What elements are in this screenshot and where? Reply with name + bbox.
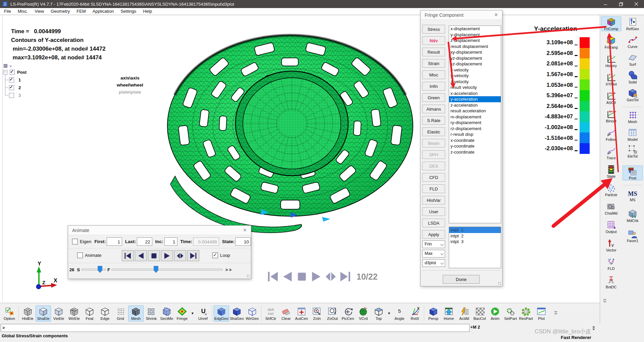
tool-shaele[interactable]: ShaEle (36, 305, 51, 322)
category-stress[interactable]: Stress (422, 25, 445, 34)
component-item[interactable]: xz-displacement (449, 61, 501, 67)
eigen-checkbox[interactable]: Eigen (72, 239, 92, 244)
command-input[interactable]: > (1, 324, 470, 332)
menu-fem[interactable]: FEM (73, 8, 89, 15)
tool-home[interactable]: Home (441, 305, 457, 322)
component-item[interactable]: x-coordinate (449, 137, 501, 144)
loop-checkbox[interactable]: Loop (212, 252, 230, 258)
tool-output[interactable]: Output (601, 219, 621, 234)
tool-baccol[interactable]: BacCol (472, 305, 487, 322)
tree-collapse-icon[interactable] (4, 64, 7, 68)
state-slider[interactable] (111, 269, 223, 271)
tree-item-checkbox[interactable] (9, 77, 14, 82)
tool-fld[interactable]: FLD (601, 256, 621, 271)
eigen-checkbox-box[interactable] (72, 239, 78, 244)
tool-xyplot[interactable]: XYXYPlot (601, 72, 621, 87)
done-button[interactable]: Done (443, 275, 480, 284)
category-strain[interactable]: Strain (422, 59, 445, 68)
tool-autcen[interactable]: AutCen (294, 305, 309, 322)
tool-shrink[interactable]: Shrink (144, 305, 159, 322)
tool-curve[interactable]: Curve (623, 34, 643, 49)
component-list[interactable]: x-displacementy-displacementz-displaceme… (449, 25, 501, 223)
category-srate[interactable]: S.Rate (422, 116, 445, 125)
bounce-button[interactable] (174, 250, 186, 261)
tool-grid[interactable]: Grid (113, 305, 128, 322)
tool-actall[interactable]: ActAll (457, 305, 472, 322)
tool-particle[interactable]: Particle (601, 182, 621, 197)
resize-grip[interactable] (247, 274, 250, 278)
component-item[interactable]: z-velocity (449, 79, 501, 85)
tool-refgeo[interactable]: RefGeo (623, 16, 643, 31)
resize-grip[interactable] (498, 282, 501, 285)
component-item[interactable]: yz-displacement (449, 55, 501, 61)
intpt-item[interactable]: intpt 1 (449, 227, 501, 233)
category-apply[interactable]: Apply (422, 230, 445, 239)
dropdown-arrow-icon[interactable]: ▼ (386, 311, 392, 315)
minimize-button[interactable] (598, 0, 613, 8)
category-histvar[interactable]: HistVar (422, 196, 445, 205)
component-item[interactable]: z-coordinate (449, 149, 501, 155)
fringe-dialog-titlebar[interactable]: Fringe Component × (421, 10, 502, 20)
component-item[interactable]: rx-displacement (449, 114, 501, 120)
animate-checkbox-box[interactable] (77, 252, 83, 258)
tool-favor1[interactable]: Favor1 (623, 228, 643, 243)
tool-unref[interactable]: U✳Unref (195, 305, 211, 322)
stop-button[interactable] (148, 250, 160, 261)
category-user[interactable]: User (422, 207, 445, 216)
tool-mesh[interactable]: Mesh (623, 109, 643, 124)
tool-hidele[interactable]: HidEle (20, 305, 36, 322)
tree-item-3[interactable]: 3 (5, 92, 26, 99)
menu-view[interactable]: View (31, 8, 47, 15)
category-green[interactable]: Green (422, 93, 445, 102)
menu-application[interactable]: Application (89, 8, 117, 15)
category-elastic[interactable]: Elastic (422, 127, 445, 136)
reverse-button[interactable] (135, 250, 147, 261)
component-item[interactable]: xy-displacement (449, 49, 501, 55)
field-state-input[interactable]: 10 (235, 237, 251, 246)
field-last-input[interactable]: 22 (137, 237, 152, 246)
tool-clear[interactable]: Clear (278, 305, 294, 322)
component-item[interactable]: ry-displacement (449, 120, 501, 126)
tool-ms[interactable]: MSMS (623, 187, 643, 202)
tool-mesh[interactable]: Mesh (128, 305, 144, 322)
category-beam[interactable]: Beam (422, 139, 445, 148)
component-item[interactable]: result acceleration (449, 108, 501, 114)
tool-respart[interactable]: ResPart (518, 305, 534, 322)
menu-help[interactable]: Help (140, 8, 155, 15)
close-icon[interactable]: × (241, 227, 248, 234)
category-infin[interactable]: Infin (422, 82, 445, 91)
overlay-play-icon[interactable] (310, 270, 323, 283)
tool-edggeo[interactable]: EdgGeo (214, 305, 229, 322)
category-result[interactable]: Result (422, 48, 445, 56)
tool-geotol[interactable]: GeoTol (623, 88, 643, 102)
restore-button[interactable] (613, 0, 629, 8)
tool-shageo[interactable]: ShaGeo (229, 305, 245, 322)
component-item[interactable]: result velocity (449, 84, 501, 91)
animate-checkbox[interactable]: Animate (77, 252, 102, 258)
tree-expand-icon[interactable]: » (9, 63, 12, 68)
tree-item-checkbox[interactable] (9, 93, 14, 98)
playback-overlay[interactable]: 10/22 (267, 270, 378, 283)
tool-wirele[interactable]: WirEle (66, 305, 82, 322)
animate-dialog-titlebar[interactable]: Animate × (68, 226, 251, 235)
tool-botdc[interactable]: BotDC (601, 275, 621, 289)
dropdown-frin[interactable]: Frin (422, 240, 445, 248)
toolbar-overflow-icon[interactable] (603, 298, 607, 304)
tool-state[interactable]: State (601, 164, 621, 179)
component-item[interactable]: x-acceleration (449, 91, 501, 97)
menu-file[interactable]: File (1, 8, 14, 15)
overlay-first-icon[interactable] (267, 270, 279, 283)
component-item[interactable]: y-acceleration (449, 96, 501, 102)
tool-post[interactable]: Post (623, 166, 643, 180)
tree-item-2[interactable]: 2 (5, 84, 26, 92)
menu-geometry[interactable]: Geometry (47, 8, 73, 15)
tool-persp[interactable]: Persp (426, 305, 441, 322)
component-item[interactable]: r-result disp (449, 131, 501, 137)
play-button[interactable] (161, 250, 173, 261)
category-misc[interactable]: Misc (422, 70, 445, 79)
category-lsda[interactable]: LSDA (422, 219, 445, 227)
tool-zoin[interactable]: ZoIn (309, 305, 325, 322)
tool-trace[interactable]: Trace (601, 146, 621, 160)
component-item[interactable]: y-coordinate (449, 143, 501, 149)
tool-solid[interactable]: Solid (623, 70, 643, 84)
